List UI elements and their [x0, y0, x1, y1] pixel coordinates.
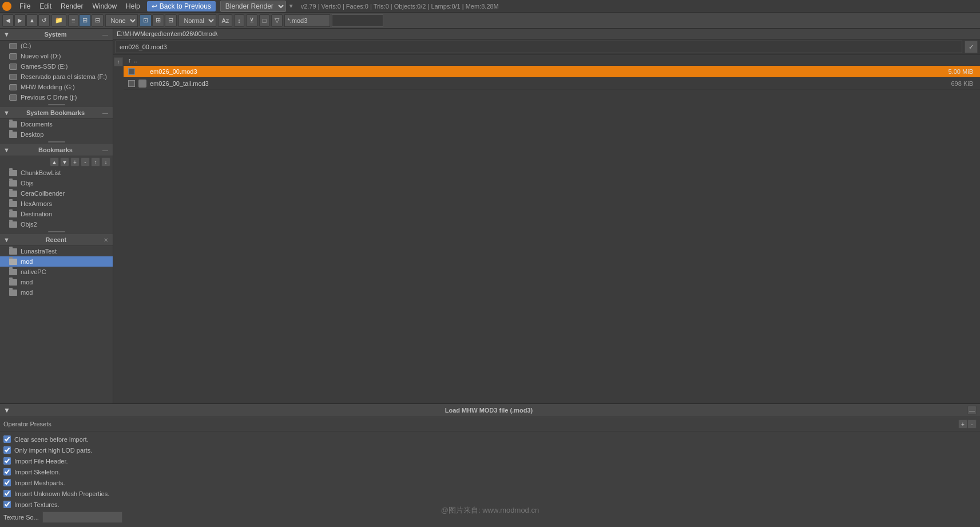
system-bookmarks-header[interactable]: ▼ System Bookmarks — — [0, 107, 113, 119]
bookmarks-triangle: ▼ — [3, 146, 10, 153]
preset-remove-btn[interactable]: - — [967, 419, 977, 429]
back-to-previous-button[interactable]: ↩ Back to Previous — [147, 1, 216, 11]
bookmark-ceracoilbender[interactable]: CeraCoilbender — [0, 188, 113, 199]
view-large-btn[interactable]: ⊟ — [92, 14, 104, 27]
checkbox-1[interactable] — [3, 446, 11, 454]
checkbox-6[interactable] — [3, 501, 11, 508]
display-btn-2[interactable]: ⊞ — [152, 14, 164, 27]
bookmark-objs[interactable]: Objs — [0, 178, 113, 188]
file-size-1: 698 KiB — [951, 80, 973, 87]
system-collapse-btn[interactable]: — — [101, 31, 109, 38]
bookmark-objs2[interactable]: Objs2 — [0, 219, 113, 229]
parent-dir-btn[interactable]: ↑ — [114, 57, 123, 66]
display-btn-3[interactable]: ⊟ — [165, 14, 177, 27]
bookmark-add[interactable]: + — [70, 157, 80, 167]
search-input[interactable] — [332, 14, 383, 27]
recent-header[interactable]: ▼ Recent ✕ — [0, 234, 113, 246]
drive-c-label: (C:) — [21, 42, 31, 49]
bookmarks-collapse[interactable]: — — [101, 147, 109, 153]
menu-help[interactable]: Help — [121, 1, 145, 11]
path-bar[interactable]: E:\MHWMerged\em\em026\00\mod\ — [113, 29, 980, 39]
recent-lunastratest[interactable]: LunastraTest — [0, 246, 113, 256]
filename-accept-btn[interactable]: ✓ — [965, 41, 978, 53]
checkbox-3[interactable] — [3, 468, 11, 476]
checkbox-5[interactable] — [3, 490, 11, 497]
checkbox-row-4: Import Meshparts. — [3, 478, 977, 487]
recent-clear-btn[interactable]: ✕ — [102, 237, 109, 243]
system-divider[interactable] — [0, 102, 113, 107]
drive-e-label: Games-SSD (E:) — [21, 63, 68, 70]
render-engine-dropdown[interactable]: Blender Render Cycles Render — [220, 1, 286, 12]
sort-btn-2[interactable]: ↕ — [234, 14, 244, 27]
menu-file[interactable]: File — [15, 1, 35, 11]
nav-up-btn[interactable]: ▲ — [26, 14, 38, 27]
hexarmors-icon — [9, 201, 17, 207]
checkbox-2[interactable] — [3, 457, 11, 465]
view-grid-btn[interactable]: ⊞ — [79, 14, 91, 27]
nav-refresh-btn[interactable]: ↺ — [38, 14, 50, 27]
bookmarks-label: Bookmarks — [38, 146, 73, 153]
system-section-header[interactable]: ▼ System — — [0, 29, 113, 41]
drive-c-icon — [9, 43, 17, 49]
bookmarks-header[interactable]: ▼ Bookmarks — — [0, 144, 113, 156]
sys-bookmarks-collapse[interactable]: — — [101, 110, 109, 116]
drive-d-label: Nuevo vol (D:) — [21, 53, 61, 60]
recent-mod-3[interactable]: mod — [0, 287, 113, 298]
filter-toggle-btn[interactable]: □ — [259, 14, 270, 27]
parent-dir-row[interactable]: ↑ .. — [124, 55, 980, 66]
recent-mod-2[interactable]: mod — [0, 277, 113, 287]
nav-forward-btn[interactable]: ▶ — [14, 14, 26, 27]
chunkbowlist-icon — [9, 170, 17, 176]
nav-back-btn[interactable]: ◀ — [2, 14, 14, 27]
bookmark-documents[interactable]: Documents — [0, 119, 113, 129]
bookmark-chunkbowlist[interactable]: ChunkBowList — [0, 168, 113, 178]
sort-btn-3[interactable]: ⊻ — [246, 14, 257, 27]
recent-nativepc[interactable]: nativePC — [0, 267, 113, 277]
drive-e-icon — [9, 64, 17, 70]
filename-input[interactable] — [116, 41, 962, 53]
drive-g[interactable]: MHW Modding (G:) — [0, 82, 113, 92]
recent-mod-1[interactable]: mod — [0, 256, 113, 267]
bookmark-scroll-up[interactable]: ▲ — [50, 157, 59, 167]
filter-btn[interactable]: ▽ — [271, 14, 283, 27]
extension-filter-input[interactable] — [284, 14, 330, 27]
bookmark-remove[interactable]: - — [81, 157, 90, 167]
new-folder-btn[interactable]: 📁 — [51, 14, 66, 27]
file-row-0[interactable]: em026_00.mod3 5.00 MiB — [124, 66, 980, 78]
mode-dropdown[interactable]: None — [105, 14, 138, 27]
sort-az-btn[interactable]: Az — [218, 14, 232, 27]
shading-dropdown[interactable]: Normal — [178, 14, 216, 27]
bookmarks-divider[interactable] — [0, 229, 113, 234]
file-checkbox-0[interactable] — [128, 68, 135, 75]
bookmark-scroll-down[interactable]: ▼ — [60, 157, 69, 167]
load-section-header[interactable]: ▼ Load MHW MOD3 file (.mod3) — — [0, 404, 980, 417]
drive-c[interactable]: (C:) — [0, 41, 113, 51]
sidebar: ▼ System — (C:) Nuevo vol (D:) Games-SSD… — [0, 29, 113, 403]
checkbox-row-6: Import Textures. — [3, 500, 977, 509]
menu-window[interactable]: Window — [88, 1, 121, 11]
menu-edit[interactable]: Edit — [35, 1, 56, 11]
checkbox-label-2: Import File Header. — [14, 458, 68, 465]
bookmark-move-up[interactable]: ↑ — [91, 157, 100, 167]
display-btn-1[interactable]: ⊡ — [140, 14, 152, 27]
view-list-btn[interactable]: ≡ — [68, 14, 78, 27]
bookmark-destination[interactable]: Destination — [0, 209, 113, 219]
file-row-1[interactable]: em026_00_tail.mod3 698 KiB — [124, 78, 980, 90]
checkbox-4[interactable] — [3, 479, 11, 486]
file-checkbox-1[interactable] — [128, 80, 135, 87]
drive-j[interactable]: Previous C Drive (j:) — [0, 92, 113, 102]
drive-e[interactable]: Games-SSD (E:) — [0, 61, 113, 72]
bookmark-desktop[interactable]: Desktop — [0, 129, 113, 140]
sys-bookmarks-divider[interactable] — [0, 140, 113, 144]
checkbox-0[interactable] — [3, 435, 11, 443]
texture-row: Texture So... — [3, 511, 977, 524]
checkbox-row-5: Import Unknown Mesh Properties. — [3, 489, 977, 498]
drive-f[interactable]: Reservado para el sistema (F:) — [0, 72, 113, 82]
texture-input[interactable] — [42, 512, 122, 523]
preset-add-btn[interactable]: + — [958, 419, 967, 429]
bookmark-hexarmors[interactable]: HexArmors — [0, 199, 113, 209]
bookmark-move-down[interactable]: ↓ — [101, 157, 110, 167]
menu-render[interactable]: Render — [56, 1, 88, 11]
drive-d[interactable]: Nuevo vol (D:) — [0, 51, 113, 61]
section-collapse-btn[interactable]: — — [967, 406, 977, 415]
